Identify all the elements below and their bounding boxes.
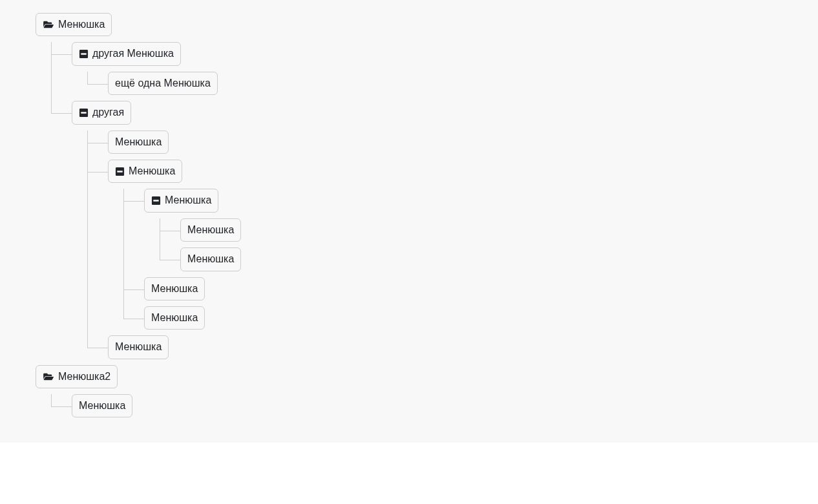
- tree-node-label: Менюшка: [187, 252, 234, 266]
- folder-open-icon: [43, 20, 54, 29]
- tree-node-label: Менюшка: [58, 17, 105, 32]
- tree-item: Менюшка2Менюшка: [36, 365, 782, 424]
- tree-node-label: Менюшка: [187, 223, 234, 237]
- tree-children: другая Менюшкаещё одна МенюшкадругаяМеню…: [36, 42, 782, 364]
- tree-node[interactable]: Менюшка: [108, 335, 169, 359]
- tree-children: МенюшкаМенюшка: [144, 218, 782, 277]
- collapse-icon: [151, 196, 161, 205]
- tree-item: ещё одна Менюшка: [72, 72, 782, 101]
- tree-node[interactable]: Менюшка: [180, 218, 241, 242]
- tree-root: Менюшкадругая Менюшкаещё одна Менюшкадру…: [36, 13, 782, 423]
- tree-node[interactable]: Менюшка: [108, 131, 169, 154]
- tree-node-label: Менюшка: [115, 135, 162, 149]
- tree-node-label: Менюшка: [151, 311, 198, 325]
- tree-item: Менюшка: [72, 131, 782, 160]
- tree-item: Менюшка: [108, 306, 782, 335]
- tree-node-label: другая Менюшка: [92, 47, 174, 61]
- tree-node-label: Менюшка2: [58, 370, 110, 384]
- tree-item: Менюшка: [144, 218, 782, 247]
- tree-node-label: другая: [92, 105, 124, 120]
- tree-node[interactable]: ещё одна Менюшка: [108, 72, 218, 95]
- tree-node-label: Менюшка: [165, 193, 211, 207]
- tree-item: Менюшка: [108, 277, 782, 306]
- tree-item: Менюшкадругая Менюшкаещё одна Менюшкадру…: [36, 13, 782, 365]
- tree-node[interactable]: Менюшка: [72, 394, 132, 417]
- tree-node[interactable]: Менюшка: [36, 13, 112, 36]
- folder-open-icon: [43, 372, 54, 381]
- tree-node[interactable]: другая Менюшка: [72, 42, 181, 65]
- tree-view: Менюшкадругая Менюшкаещё одна Менюшкадру…: [0, 0, 818, 443]
- collapse-icon: [79, 108, 89, 118]
- tree-children: Менюшка: [36, 394, 782, 423]
- tree-node-label: Менюшка: [129, 164, 175, 178]
- collapse-icon: [79, 49, 89, 59]
- tree-node[interactable]: Менюшка2: [36, 365, 118, 388]
- tree-node-label: Менюшка: [151, 282, 198, 296]
- collapse-icon: [115, 167, 125, 176]
- tree-node-label: ещё одна Менюшка: [115, 76, 211, 90]
- tree-item: Менюшка: [36, 394, 782, 423]
- tree-item: другаяМенюшкаМенюшкаМенюшкаМенюшкаМенюшк…: [36, 101, 782, 365]
- tree-node[interactable]: другая: [72, 101, 131, 124]
- tree-item: МенюшкаМенюшкаМенюшка: [108, 189, 782, 277]
- tree-node[interactable]: Менюшка: [144, 277, 205, 300]
- tree-node[interactable]: Менюшка: [144, 306, 205, 330]
- tree-node[interactable]: Менюшка: [144, 189, 218, 212]
- tree-item: Менюшка: [144, 247, 782, 277]
- tree-node[interactable]: Менюшка: [180, 247, 241, 271]
- tree-node-label: Менюшка: [79, 399, 125, 413]
- tree-node-label: Менюшка: [115, 340, 162, 354]
- tree-children: МенюшкаМенюшкаМенюшкаМенюшкаМенюшкаМенюш…: [72, 131, 782, 365]
- tree-item: другая Менюшкаещё одна Менюшка: [36, 42, 782, 101]
- tree-item: Менюшка: [72, 335, 782, 364]
- tree-children: МенюшкаМенюшкаМенюшкаМенюшкаМенюшка: [108, 189, 782, 335]
- tree-item: МенюшкаМенюшкаМенюшкаМенюшкаМенюшкаМенюш…: [72, 160, 782, 335]
- tree-node[interactable]: Менюшка: [108, 160, 182, 183]
- tree-children: ещё одна Менюшка: [72, 72, 782, 101]
